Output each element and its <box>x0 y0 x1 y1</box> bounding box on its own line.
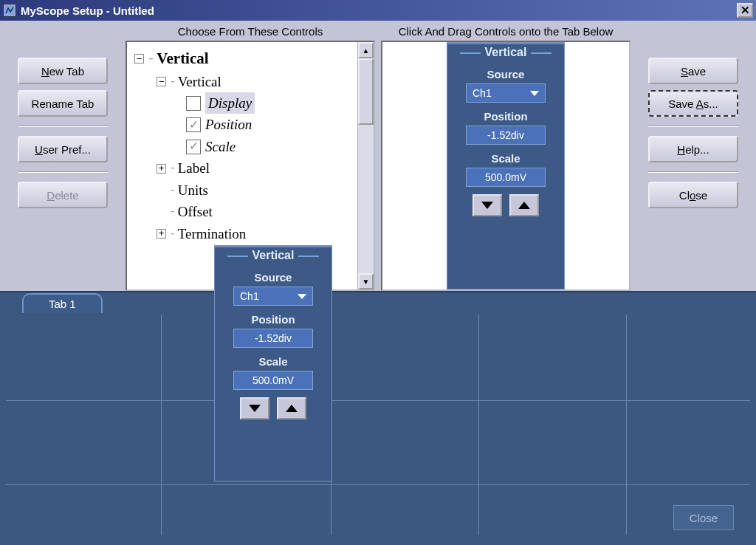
separator <box>18 126 108 127</box>
title-bar: MyScope Setup - Untitled ✕ <box>0 0 756 21</box>
workspace-close-button[interactable]: Close <box>673 505 734 530</box>
scroll-track[interactable] <box>358 125 374 273</box>
panel-title: Vertical <box>447 43 564 61</box>
source-dropdown[interactable]: Ch1 <box>233 287 313 306</box>
help-button[interactable]: Help... <box>648 136 738 162</box>
tree-node-scale[interactable]: ✓ Scale <box>186 136 356 157</box>
expand-icon[interactable]: + <box>157 229 166 239</box>
rename-tab-button[interactable]: Rename Tab <box>18 90 108 117</box>
tree-root-vertical[interactable]: − ······· Vertical <box>134 47 356 71</box>
panel-title: Vertical <box>215 246 331 264</box>
triangle-down-icon <box>481 202 493 209</box>
checkbox-checked-icon[interactable]: ✓ <box>186 117 201 132</box>
decrease-button[interactable] <box>472 194 502 216</box>
scale-value[interactable]: 500.0mV <box>233 371 313 390</box>
tab-workspace: Tab 1 Close <box>0 291 756 545</box>
window-close-button[interactable]: ✕ <box>737 3 753 18</box>
drop-preview-area[interactable]: Vertical Source Ch1 Position -1.52div Sc… <box>381 41 630 291</box>
scale-label: Scale <box>491 152 520 165</box>
triangle-up-icon <box>518 202 530 209</box>
checkbox-checked-icon[interactable]: ✓ <box>186 140 201 154</box>
expand-icon[interactable]: + <box>157 164 166 174</box>
preview-column: Click And Drag Controls onto the Tab Bel… <box>381 21 630 291</box>
tab-1[interactable]: Tab 1 <box>22 293 103 313</box>
tree-node-position[interactable]: ✓ Position <box>186 114 356 135</box>
main-area: New Tab Rename Tab User Pref... Delete C… <box>0 21 756 291</box>
checkbox-unchecked-icon[interactable] <box>186 96 201 111</box>
source-label: Source <box>487 68 525 80</box>
close-button[interactable]: Close <box>648 182 738 208</box>
chevron-down-icon <box>298 294 306 299</box>
right-button-column: Save Save As... Help... Close <box>630 21 756 291</box>
tree-node-vertical[interactable]: − ····· Vertical <box>157 71 356 92</box>
position-value[interactable]: -1.52div <box>466 126 546 145</box>
tree-node-termination[interactable]: + ····· Termination <box>157 223 356 244</box>
scroll-up-button[interactable]: ▲ <box>358 42 374 58</box>
tree-header-label: Choose From These Controls <box>126 21 375 41</box>
new-tab-button[interactable]: New Tab <box>18 58 108 84</box>
tree-node-offset[interactable]: ····· Offset <box>157 201 356 222</box>
tree-scrollbar[interactable]: ▲ ▼ <box>357 42 374 289</box>
source-dropdown[interactable]: Ch1 <box>466 83 546 103</box>
vertical-control-panel[interactable]: Vertical Source Ch1 Position -1.52div Sc… <box>447 42 565 289</box>
chevron-down-icon <box>530 91 539 96</box>
decrease-button[interactable] <box>240 397 269 419</box>
triangle-down-icon <box>249 405 261 412</box>
dragging-control-panel[interactable]: Vertical Source Ch1 Position -1.52div Sc… <box>214 245 332 481</box>
tab-drop-grid[interactable] <box>6 313 750 535</box>
user-pref-button[interactable]: User Pref... <box>18 136 108 162</box>
save-button[interactable]: Save <box>648 58 738 84</box>
save-as-button[interactable]: Save As... <box>648 90 738 117</box>
scroll-down-button[interactable]: ▼ <box>358 273 374 289</box>
separator <box>648 126 738 127</box>
increase-button[interactable] <box>509 194 539 216</box>
app-icon <box>3 4 16 17</box>
increase-button[interactable] <box>277 397 306 419</box>
center-columns: Choose From These Controls − ······· Ver… <box>126 21 630 291</box>
preview-header-label: Click And Drag Controls onto the Tab Bel… <box>381 21 630 41</box>
position-label: Position <box>251 313 295 326</box>
scale-value[interactable]: 500.0mV <box>466 168 546 187</box>
tree-node-display[interactable]: Display <box>186 92 356 114</box>
source-label: Source <box>255 271 292 284</box>
collapse-icon[interactable]: − <box>134 54 144 64</box>
separator <box>648 171 738 173</box>
scale-label: Scale <box>258 355 287 368</box>
separator <box>18 171 108 173</box>
scroll-thumb[interactable] <box>358 58 374 125</box>
triangle-up-icon <box>286 405 298 412</box>
position-value[interactable]: -1.52div <box>233 329 313 348</box>
position-label: Position <box>484 110 527 123</box>
tree-node-label[interactable]: + ····· Label <box>157 157 356 179</box>
left-button-column: New Tab Rename Tab User Pref... Delete <box>0 21 126 291</box>
delete-button[interactable]: Delete <box>18 182 108 208</box>
tree-node-units[interactable]: ····· Units <box>157 179 356 201</box>
collapse-icon[interactable]: − <box>157 77 166 86</box>
tab-strip: Tab 1 <box>0 292 756 313</box>
window-title: MyScope Setup - Untitled <box>21 4 737 17</box>
